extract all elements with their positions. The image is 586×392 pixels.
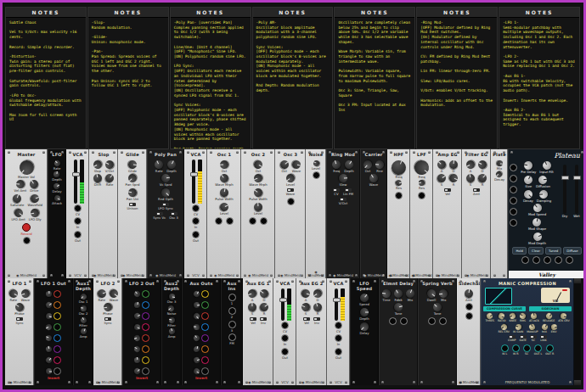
elmnt-delay-jack[interactable] xyxy=(400,317,408,325)
vca-1-in-jack[interactable] xyxy=(74,217,82,225)
toggle-switch[interactable] xyxy=(162,203,169,206)
aux1-depth-knob[interactable] xyxy=(80,305,87,312)
plateau-io-jack[interactable] xyxy=(566,256,573,264)
notes-text[interactable]: -Poly AM- Oscillator block amplitude mod… xyxy=(253,18,333,148)
toggle-switch[interactable] xyxy=(473,188,480,192)
attenuverter-knob[interactable] xyxy=(133,344,141,352)
filter-eg-knob[interactable] xyxy=(465,159,476,170)
toggle-switch[interactable] xyxy=(16,317,23,321)
manic-jack[interactable] xyxy=(546,344,554,352)
patch-jack[interactable] xyxy=(201,356,209,364)
attenuverter-knob[interactable] xyxy=(46,367,52,373)
plateau-jack[interactable] xyxy=(510,208,517,216)
patch-jack[interactable] xyxy=(201,290,209,298)
clear-button[interactable]: Clear xyxy=(528,247,544,255)
manic-jack[interactable] xyxy=(501,344,509,352)
osc-2-knob[interactable] xyxy=(252,159,264,171)
vca-4-in-jack[interactable] xyxy=(335,334,342,342)
osc-3-knob[interactable] xyxy=(279,158,290,170)
spring-verb-knob[interactable] xyxy=(439,288,448,298)
patch-jack[interactable] xyxy=(54,301,61,309)
amp-eg-knob[interactable] xyxy=(448,173,459,184)
lfo-2-knob[interactable] xyxy=(97,288,107,298)
aux-ins-jack[interactable] xyxy=(228,321,236,328)
patch-jack[interactable] xyxy=(142,334,149,342)
plateau-io-jack[interactable] xyxy=(521,256,529,264)
notes-text[interactable]: -LFO 1- Semi-modular patchbay with multi… xyxy=(499,18,579,148)
patch-jack[interactable] xyxy=(201,323,209,331)
dry-slider[interactable] xyxy=(563,165,566,214)
level-slider[interactable] xyxy=(74,160,77,204)
patch-jack[interactable] xyxy=(54,290,61,298)
vca-4-out-jack[interactable] xyxy=(335,348,342,356)
toggle-switch[interactable] xyxy=(340,198,347,201)
notes-text[interactable]: Subtle Chaos Vel to V/Oct: max velocity … xyxy=(6,18,86,148)
toggle-switch[interactable] xyxy=(250,317,256,321)
attenuverter-knob[interactable] xyxy=(45,322,54,331)
attenuverter-knob[interactable] xyxy=(133,333,141,341)
patch-jack[interactable] xyxy=(201,334,209,342)
osc-3-knob[interactable] xyxy=(291,160,301,170)
toggle-switch[interactable] xyxy=(345,188,352,192)
amp-eg-knob[interactable] xyxy=(436,172,448,184)
patch-jack[interactable] xyxy=(142,356,149,364)
osc-2-jack[interactable] xyxy=(249,217,256,225)
attenuverter-knob[interactable] xyxy=(45,300,54,309)
patch-jack[interactable] xyxy=(54,356,61,364)
vca-2-in-jack[interactable] xyxy=(192,217,200,225)
level-slider[interactable] xyxy=(281,288,285,321)
toggle-switch[interactable] xyxy=(104,317,111,321)
aux-eg-2-knob[interactable] xyxy=(301,302,312,313)
attenuverter-knob[interactable] xyxy=(193,311,201,320)
toggle-switch[interactable] xyxy=(171,212,177,216)
notes-text[interactable]: -Ring Mod- [OFF] Modulator defined by Ri… xyxy=(417,18,497,148)
glide-knob[interactable] xyxy=(128,160,138,169)
hpf-main-knob[interactable] xyxy=(390,158,409,176)
manic-jack[interactable] xyxy=(512,344,520,352)
vca-1-out-jack[interactable] xyxy=(74,231,82,238)
manic-jack[interactable] xyxy=(523,344,531,352)
patch-jack[interactable] xyxy=(142,312,149,320)
patch-jack[interactable] xyxy=(54,334,61,342)
aux-ins-jack[interactable] xyxy=(228,307,236,315)
ring-mod-knob[interactable] xyxy=(339,174,347,182)
plateau-knob[interactable] xyxy=(538,175,548,184)
toggle-switch[interactable] xyxy=(313,317,320,321)
patch-jack[interactable] xyxy=(201,367,209,375)
elmnt-delay-knob[interactable] xyxy=(404,288,415,299)
lfo-speed-knob[interactable] xyxy=(360,308,369,316)
aux2-depth-knob[interactable] xyxy=(168,294,175,300)
plateau-io-jack[interactable] xyxy=(532,256,540,264)
noise-jack[interactable] xyxy=(313,171,320,179)
spring-verb-jack[interactable] xyxy=(428,317,436,325)
aux-ins-jack[interactable] xyxy=(228,294,236,301)
diffuse-button[interactable]: Diffuse xyxy=(563,247,581,255)
slider-handle[interactable] xyxy=(333,298,341,302)
attenuverter-knob[interactable] xyxy=(194,301,200,308)
filter-eg-knob[interactable] xyxy=(476,172,488,184)
attenuverter-knob[interactable] xyxy=(133,356,140,363)
hold-button[interactable]: Hold xyxy=(512,247,527,255)
attenuverter-knob[interactable] xyxy=(45,345,53,353)
notes-text[interactable]: -Slop- Random modulation. -Glide- Unison… xyxy=(88,18,168,148)
aux-eg-2-knob[interactable] xyxy=(312,288,324,300)
patch-jack[interactable] xyxy=(142,345,149,353)
slider-handle[interactable] xyxy=(561,176,569,180)
notes-text[interactable]: Oscillators are completely clean below 2… xyxy=(335,18,414,148)
toggle-switch[interactable] xyxy=(156,212,163,216)
aux-eg-1-knob[interactable] xyxy=(248,303,256,311)
sidechain-jack[interactable] xyxy=(465,312,473,320)
osc-1-jack[interactable] xyxy=(215,217,223,225)
attenuverter-knob[interactable] xyxy=(133,367,142,375)
toggle-switch[interactable] xyxy=(303,317,310,321)
attenuverter-knob[interactable] xyxy=(45,312,52,319)
notes-text[interactable]: -Poly Pan- [overrides Pan] Complex panni… xyxy=(171,18,251,148)
sidechain-jack[interactable] xyxy=(465,303,473,311)
plate-verb-knob[interactable] xyxy=(496,160,503,166)
elmnt-delay-knob[interactable] xyxy=(382,288,392,298)
aux-eg-1-knob[interactable] xyxy=(258,301,270,313)
attenuverter-knob[interactable] xyxy=(45,334,53,342)
plateau-io-jack[interactable] xyxy=(544,256,551,264)
toggle-switch[interactable] xyxy=(444,188,451,192)
lpf-main-knob[interactable] xyxy=(412,157,432,177)
